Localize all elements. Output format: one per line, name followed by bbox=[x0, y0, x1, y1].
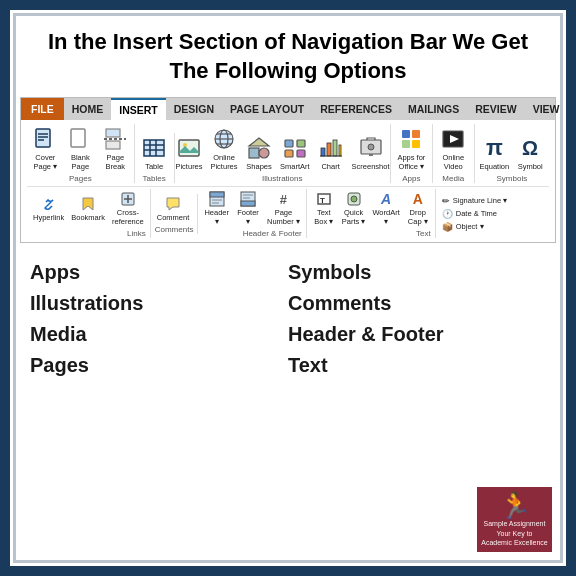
tab-file[interactable]: FILE bbox=[21, 98, 64, 120]
btn-object[interactable]: 📦 Object ▾ bbox=[440, 221, 520, 233]
group-header-footer-label: Header & Footer bbox=[243, 229, 302, 238]
btn-comment[interactable]: Comment bbox=[155, 194, 192, 223]
pictures-icon bbox=[175, 134, 203, 162]
ribbon-row2: Hyperlink Bookmark bbox=[27, 187, 549, 240]
svg-rect-24 bbox=[297, 140, 305, 147]
group-comments-label: Comments bbox=[155, 225, 194, 234]
hyperlink-label: Hyperlink bbox=[33, 213, 64, 222]
btn-header[interactable]: Header▾ bbox=[202, 189, 231, 227]
btn-cross-reference[interactable]: Cross-reference bbox=[110, 189, 146, 227]
bottom-item-pages: Pages bbox=[30, 350, 288, 381]
quick-parts-icon bbox=[345, 190, 363, 208]
svg-rect-35 bbox=[402, 130, 410, 138]
tab-office[interactable]: OFFICE bbox=[568, 98, 576, 120]
btn-screenshot[interactable]: Screenshot bbox=[350, 133, 392, 172]
btn-online-video[interactable]: OnlineVideo bbox=[436, 124, 470, 172]
btn-chart[interactable]: Chart bbox=[315, 133, 347, 172]
wordart-label: WordArt▾ bbox=[372, 208, 399, 226]
svg-rect-38 bbox=[412, 140, 420, 148]
btn-footer[interactable]: Footer▾ bbox=[234, 189, 262, 227]
btn-signature-line[interactable]: ✏ Signature Line ▾ bbox=[440, 195, 520, 207]
group-tables-label: Tables bbox=[143, 174, 166, 183]
drop-cap-icon: A bbox=[409, 190, 427, 208]
group-comments: Comment Comments bbox=[151, 194, 199, 234]
tab-home[interactable]: HOME bbox=[64, 98, 112, 120]
tab-bar: FILE HOME INSERT DESIGN PAGE LAYOUT REFE… bbox=[21, 98, 555, 120]
btn-page-number[interactable]: # PageNumber ▾ bbox=[265, 189, 302, 227]
bookmark-icon bbox=[79, 195, 97, 213]
btn-wordart[interactable]: A WordArt▾ bbox=[370, 189, 401, 227]
group-header-footer: Header▾ Footer▾ bbox=[198, 189, 306, 238]
svg-rect-46 bbox=[210, 192, 224, 197]
svg-rect-28 bbox=[327, 143, 331, 156]
bookmark-label: Bookmark bbox=[71, 213, 105, 222]
btn-page-break[interactable]: PageBreak bbox=[99, 124, 131, 172]
group-pages-label: Pages bbox=[69, 174, 92, 183]
online-video-label: OnlineVideo bbox=[442, 153, 464, 171]
tab-view[interactable]: VIEW bbox=[525, 98, 568, 120]
btn-drop-cap[interactable]: A DropCap ▾ bbox=[405, 189, 431, 227]
bottom-item-comments: Comments bbox=[288, 288, 546, 319]
hyperlink-icon bbox=[40, 195, 58, 213]
tab-references[interactable]: REFERENCES bbox=[312, 98, 400, 120]
btn-symbol[interactable]: Ω Symbol bbox=[514, 133, 546, 172]
btn-date-time[interactable]: 🕐 Date & Time bbox=[440, 208, 520, 220]
group-symbols: π Equation Ω Symbol Symbols bbox=[475, 133, 549, 183]
btn-bookmark[interactable]: Bookmark bbox=[69, 194, 107, 223]
btn-shapes[interactable]: Shapes bbox=[243, 133, 275, 172]
header-label: Header▾ bbox=[204, 208, 229, 226]
btn-hyperlink[interactable]: Hyperlink bbox=[31, 194, 66, 223]
tab-page-layout[interactable]: PAGE LAYOUT bbox=[222, 98, 312, 120]
btn-apps-office[interactable]: Apps forOffice ▾ bbox=[394, 124, 428, 172]
page-break-icon bbox=[101, 125, 129, 153]
footer-label: Footer▾ bbox=[237, 208, 259, 226]
tab-design[interactable]: DESIGN bbox=[166, 98, 222, 120]
svg-rect-37 bbox=[402, 140, 410, 148]
apps-office-icon bbox=[397, 125, 425, 153]
group-extra: ✏ Signature Line ▾ 🕐 Date & Time 📦 Objec… bbox=[436, 195, 524, 233]
text-box-label: TextBox ▾ bbox=[314, 208, 333, 226]
apps-office-label: Apps forOffice ▾ bbox=[397, 153, 425, 171]
tab-insert[interactable]: INSERT bbox=[111, 98, 166, 120]
bottom-item-symbols: Symbols bbox=[288, 257, 546, 288]
comment-icon bbox=[164, 195, 182, 213]
group-pages: CoverPage ▾ BlankPage bbox=[27, 124, 135, 183]
btn-table[interactable]: Table bbox=[138, 133, 170, 172]
tab-mailings[interactable]: MAILINGS bbox=[400, 98, 467, 120]
bottom-right-col: Symbols Comments Header & Footer Text bbox=[288, 257, 546, 381]
logo-figure: 🏃 bbox=[499, 492, 531, 518]
svg-rect-29 bbox=[333, 140, 337, 156]
bottom-item-media: Media bbox=[30, 319, 288, 350]
symbol-icon: Ω bbox=[516, 134, 544, 162]
group-apps: Apps forOffice ▾ Apps bbox=[391, 124, 433, 183]
btn-online-pictures[interactable]: OnlinePictures bbox=[208, 124, 240, 172]
group-symbols-label: Symbols bbox=[496, 174, 527, 183]
page-break-label: PageBreak bbox=[106, 153, 126, 171]
svg-point-33 bbox=[368, 144, 374, 150]
shapes-icon bbox=[245, 134, 273, 162]
online-video-icon bbox=[439, 125, 467, 153]
symbol-label: Symbol bbox=[518, 162, 543, 171]
btn-pictures[interactable]: Pictures bbox=[173, 133, 205, 172]
screenshot-label: Screenshot bbox=[352, 162, 390, 171]
date-time-icon: 🕐 bbox=[442, 209, 453, 219]
cross-reference-label: Cross-reference bbox=[112, 208, 144, 226]
smartart-label: SmartArt bbox=[280, 162, 310, 171]
btn-equation[interactable]: π Equation bbox=[478, 133, 512, 172]
svg-rect-20 bbox=[249, 148, 259, 158]
equation-icon: π bbox=[480, 134, 508, 162]
group-links: Hyperlink Bookmark bbox=[27, 189, 151, 238]
btn-smartart[interactable]: SmartArt bbox=[278, 133, 312, 172]
drop-cap-label: DropCap ▾ bbox=[408, 208, 428, 226]
online-pictures-icon bbox=[210, 125, 238, 153]
svg-rect-50 bbox=[241, 201, 255, 206]
bottom-item-text: Text bbox=[288, 350, 546, 381]
btn-blank-page[interactable]: BlankPage bbox=[64, 124, 96, 172]
bottom-item-illustrations: Illustrations bbox=[30, 288, 288, 319]
group-illustrations: Pictures bbox=[175, 124, 391, 183]
btn-text-box[interactable]: T TextBox ▾ bbox=[311, 189, 337, 227]
quick-parts-label: QuickParts ▾ bbox=[342, 208, 366, 226]
btn-quick-parts[interactable]: QuickParts ▾ bbox=[340, 189, 368, 227]
tab-review[interactable]: REVIEW bbox=[467, 98, 524, 120]
btn-cover-page[interactable]: CoverPage ▾ bbox=[29, 124, 61, 172]
